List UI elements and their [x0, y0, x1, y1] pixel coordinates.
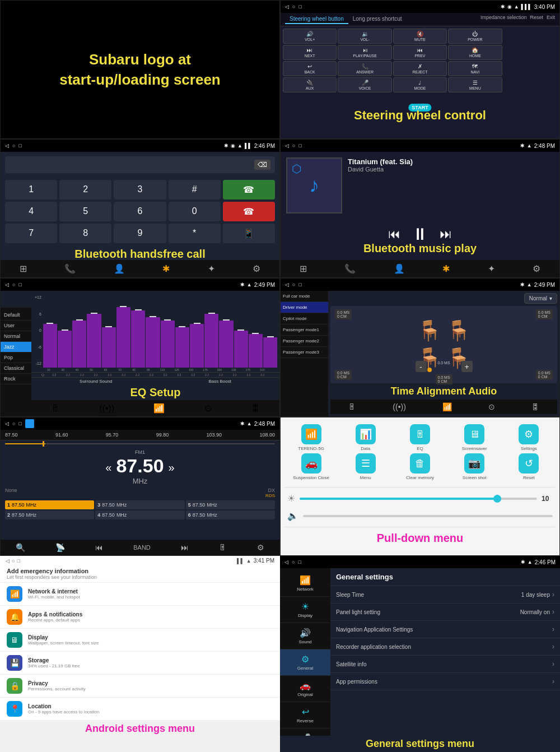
align-bb3[interactable]: 📶: [442, 402, 452, 411]
gen-row-panel[interactable]: Panel light setting Normally on ›: [330, 604, 560, 621]
dial-9[interactable]: 9: [114, 224, 166, 243]
next-btn[interactable]: ⏭NEXT: [283, 45, 337, 60]
mode-passenger1[interactable]: Passenger mode1: [281, 324, 328, 336]
pd-settings[interactable]: ⚙ Settings: [503, 424, 555, 451]
eq-bb5[interactable]: 🎛: [251, 403, 260, 414]
align-recent[interactable]: □: [298, 282, 301, 287]
dial-4[interactable]: 4: [5, 202, 57, 221]
home-icon2[interactable]: ○: [12, 143, 15, 148]
mode-passenger3[interactable]: Passenger mode3: [281, 347, 328, 358]
gen-home[interactable]: ○: [292, 559, 295, 565]
dial-hash[interactable]: #: [169, 180, 221, 199]
dial-7[interactable]: 7: [5, 224, 57, 243]
exit-link[interactable]: Exit: [547, 15, 555, 24]
mode-fullcar[interactable]: Full car mode: [281, 291, 328, 302]
mode-passenger2[interactable]: Passenger mode2: [281, 336, 328, 347]
answer-btn[interactable]: 📞ANSWER: [338, 61, 391, 76]
radio-band-btn[interactable]: BAND: [133, 543, 151, 552]
preset-classical[interactable]: Classical: [1, 363, 31, 374]
dial-1[interactable]: 1: [5, 180, 57, 199]
gen-row-appperm[interactable]: App permissions ›: [330, 673, 560, 690]
mode-driver[interactable]: Driver mode: [281, 302, 328, 313]
preset-5[interactable]: 587.50MHz: [186, 500, 275, 509]
bb-settings-icon[interactable]: ⚙: [253, 263, 260, 274]
preset-jazz[interactable]: Jazz: [1, 342, 31, 352]
mode-btn[interactable]: ♩MODE: [393, 77, 447, 92]
gen-item-sound[interactable]: 🔊 Sound: [280, 623, 330, 649]
bt-music-bb-bt2[interactable]: ✦: [488, 263, 495, 274]
dial-6[interactable]: 6: [114, 202, 166, 221]
align-bb5[interactable]: 🎛: [531, 402, 539, 411]
gen-item-original[interactable]: 🚗 Original: [280, 676, 330, 702]
menu-ctrl-btn[interactable]: ☰MENU: [448, 77, 502, 92]
gen-item-voice[interactable]: 🎤 Voice: [280, 728, 330, 736]
impedance-link[interactable]: Impedance selection: [480, 15, 527, 24]
pd-data[interactable]: 📊 Data: [339, 424, 391, 451]
power-btn[interactable]: ⏻POWER: [448, 29, 502, 44]
android-recent[interactable]: □: [17, 558, 20, 564]
vol-minus-btn[interactable]: 🔉VOL-: [338, 29, 391, 44]
android-back[interactable]: ◁: [6, 558, 10, 564]
gen-item-general[interactable]: ⚙ General: [280, 649, 330, 676]
bt-music-recent[interactable]: □: [298, 143, 301, 148]
bb-contacts-icon[interactable]: 👤: [114, 263, 125, 274]
preset-4[interactable]: 487.50MHz: [95, 510, 184, 519]
gen-back[interactable]: ◁: [284, 559, 288, 565]
recent-icon[interactable]: □: [298, 4, 301, 10]
prev-btn[interactable]: ⏮PREV: [393, 45, 447, 60]
back-icon[interactable]: ◁: [285, 4, 289, 10]
play-btn[interactable]: ⏸: [412, 225, 428, 244]
preset-rock[interactable]: Rock: [1, 374, 31, 384]
dial-contacts[interactable]: 📱: [223, 224, 275, 243]
brightness-slider[interactable]: [300, 498, 537, 500]
settings-display[interactable]: 🖥 Display Wallpaper, screen timeout, fon…: [0, 629, 280, 652]
radio-antenna-icon[interactable]: 📡: [55, 543, 65, 552]
radio-next-icon[interactable]: ⏭: [181, 543, 189, 552]
bt-music-bb-contacts[interactable]: 👤: [394, 263, 405, 274]
radio-prev-icon[interactable]: ⏮: [95, 543, 103, 552]
voice-btn[interactable]: 🎤VOICE: [338, 77, 391, 92]
preset-normal[interactable]: Normal: [1, 331, 31, 342]
eq-back[interactable]: ◁: [5, 282, 9, 287]
next-track-btn[interactable]: ⏭: [440, 227, 452, 242]
settings-network[interactable]: 📶 Network & internet Wi-Fi, mobile, and …: [0, 583, 280, 606]
gen-item-display[interactable]: ☀ Display: [280, 597, 330, 623]
eq-bb3[interactable]: 📶: [153, 403, 165, 414]
pd-reset[interactable]: ↺ Reset: [503, 453, 555, 480]
preset-user[interactable]: User: [1, 321, 31, 331]
preset-1[interactable]: 187.50MHz: [5, 500, 94, 509]
align-plus-btn[interactable]: +: [461, 361, 473, 372]
align-minus-btn[interactable]: -: [415, 361, 426, 372]
dial-call[interactable]: ☎: [223, 180, 275, 199]
preset-3[interactable]: 387.50MHz: [95, 500, 184, 509]
android-home[interactable]: ○: [12, 558, 15, 564]
gen-item-network[interactable]: 📶 Network: [280, 570, 330, 597]
gen-row-nav[interactable]: Navigation Application Settings ›: [330, 621, 560, 638]
align-back[interactable]: ◁: [285, 282, 289, 287]
preset-default[interactable]: Default: [1, 310, 31, 321]
bt-music-home[interactable]: ○: [292, 143, 295, 148]
gen-row-sleep[interactable]: Sleep Time 1 day sleep ›: [330, 586, 560, 604]
vol-plus-btn[interactable]: 🔊VOL+: [283, 29, 337, 44]
bt-music-bb-apps[interactable]: ⊞: [300, 263, 307, 274]
aux-btn[interactable]: 🔌AUX: [283, 77, 337, 92]
navi-btn[interactable]: 🗺NAVI: [448, 61, 502, 76]
radio-seek-bar[interactable]: [5, 440, 275, 447]
gen-item-reverse[interactable]: ↩ Reverse: [280, 702, 330, 728]
pd-suspension[interactable]: 🚗 Suspension Close: [285, 453, 337, 480]
dial-5[interactable]: 5: [59, 202, 111, 221]
eq-home[interactable]: ○: [12, 282, 15, 287]
align-home[interactable]: ○: [292, 282, 295, 287]
radio-back[interactable]: ◁: [5, 421, 9, 426]
bb-phone-icon[interactable]: 📞: [64, 263, 76, 274]
tab-long-press[interactable]: Long press shortcut: [348, 15, 407, 24]
back-icon2[interactable]: ◁: [5, 143, 9, 148]
bb-bt2-icon[interactable]: ✦: [208, 263, 215, 274]
prev-track-btn[interactable]: ⏮: [388, 227, 400, 242]
backspace-btn[interactable]: ⌫: [254, 160, 270, 170]
settings-location[interactable]: 📍 Location On - 9 apps have access to lo…: [0, 698, 280, 721]
settings-apps[interactable]: 🔔 Apps & notifications Recent apps, defa…: [0, 606, 280, 629]
pd-menu[interactable]: ☰ Menu: [339, 453, 391, 480]
preset-pop[interactable]: Pop: [1, 352, 31, 363]
preset-2[interactable]: 287.50MHz: [5, 510, 94, 519]
